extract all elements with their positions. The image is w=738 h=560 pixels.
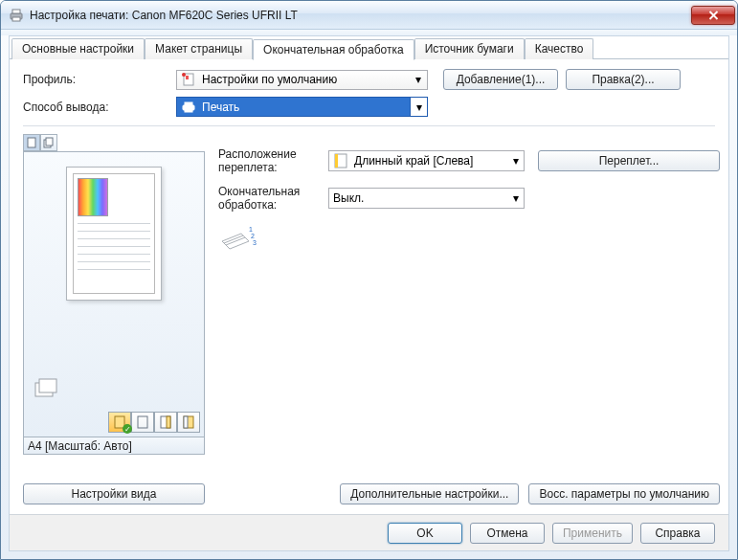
binding-combo[interactable]: Длинный край [Слева] ▾ — [328, 150, 525, 171]
chevron-down-icon: ▾ — [410, 71, 427, 89]
preview-page — [66, 167, 162, 301]
output-label: Способ вывода: — [23, 101, 176, 114]
binding-icon — [333, 153, 348, 168]
apply-button: Применить — [552, 523, 633, 544]
svg-rect-1 — [12, 10, 20, 13]
dialog-window: Настройка печати: Canon MF620C Series UF… — [0, 0, 738, 560]
titlebar: Настройка печати: Canon MF620C Series UF… — [1, 1, 737, 30]
preview-tab-multi[interactable] — [40, 134, 57, 151]
svg-rect-13 — [39, 379, 56, 392]
svg-rect-8 — [185, 109, 192, 112]
finishing-combo-value: Выкл. — [333, 191, 364, 205]
svg-rect-15 — [138, 416, 147, 428]
binding-combo-value: Длинный край [Слева] — [354, 154, 473, 168]
svg-rect-11 — [46, 138, 53, 146]
preview-tab-single[interactable] — [23, 134, 40, 151]
tab-finishing[interactable]: Окончательная обработка — [253, 39, 414, 60]
tab-quality[interactable]: Качество — [525, 38, 594, 59]
svg-rect-19 — [184, 416, 188, 428]
svg-rect-17 — [167, 416, 170, 428]
binding-label: Расположение переплета: — [218, 147, 328, 175]
binding-row: Расположение переплета: Длинный край [Сл… — [218, 147, 720, 175]
tab-source[interactable]: Источник бумаги — [414, 38, 525, 59]
preview-caption: A4 [Масштаб: Авто] — [23, 437, 205, 455]
tab-strip: Основные настройки Макет страницы Оконча… — [10, 36, 728, 59]
right-pane: Расположение переплета: Длинный край [Сл… — [218, 134, 720, 504]
output-combo-value: Печать — [202, 101, 239, 114]
binding-button[interactable]: Переплет... — [538, 150, 720, 171]
edit-button[interactable]: Правка(2)... — [566, 69, 681, 90]
svg-point-5 — [182, 73, 186, 77]
view-buttons: ✓ — [108, 412, 200, 433]
content-area: Основные настройки Макет страницы Оконча… — [9, 35, 729, 551]
view-button-1[interactable]: ✓ — [108, 412, 131, 433]
chevron-down-icon: ▾ — [507, 151, 524, 170]
profile-combo-value: Настройки по умолчанию — [202, 73, 337, 86]
output-combo[interactable]: Печать ▾ — [176, 97, 428, 117]
help-button[interactable]: Справка — [640, 523, 715, 544]
add-button[interactable]: Добавление(1)... — [443, 69, 558, 90]
advanced-settings-button[interactable]: Дополнительные настройки... — [340, 483, 519, 504]
bottom-right-buttons: Дополнительные настройки... Восс. параме… — [218, 483, 720, 504]
tab-panel: Профиль: Настройки по умолчанию ▾ Добавл… — [10, 59, 728, 514]
tab-basic[interactable]: Основные настройки — [11, 38, 145, 59]
svg-rect-9 — [28, 138, 35, 147]
svg-rect-21 — [335, 154, 338, 168]
svg-text:2: 2 — [251, 233, 255, 239]
preview-box: ✓ — [23, 151, 205, 437]
view-button-4[interactable] — [177, 412, 200, 433]
pages-stack-icon: 1 2 3 — [218, 222, 251, 249]
svg-text:3: 3 — [253, 239, 257, 246]
body-area: ✓ A4 [Масш — [23, 134, 715, 504]
close-button[interactable] — [691, 6, 735, 25]
chevron-down-icon: ▾ — [507, 189, 524, 208]
divider — [23, 125, 715, 126]
profile-combo-icon — [181, 72, 196, 87]
window-title: Настройка печати: Canon MF620C Series UF… — [30, 9, 691, 22]
profile-row: Профиль: Настройки по умолчанию ▾ Добавл… — [23, 69, 715, 90]
preview-pane: ✓ A4 [Масш — [23, 134, 205, 504]
cancel-button[interactable]: Отмена — [470, 523, 545, 544]
check-icon: ✓ — [123, 424, 132, 434]
tab-layout[interactable]: Макет страницы — [145, 38, 253, 59]
preview-text-lines — [78, 223, 150, 289]
profile-combo[interactable]: Настройки по умолчанию ▾ — [176, 70, 428, 90]
ok-button[interactable]: OK — [388, 523, 462, 544]
rainbow-icon — [78, 178, 108, 216]
restore-defaults-button[interactable]: Восс. параметры по умолчанию — [528, 483, 720, 504]
preview-tabs — [23, 134, 205, 151]
finishing-combo[interactable]: Выкл. ▾ — [328, 188, 525, 209]
profile-label: Профиль: — [23, 73, 176, 86]
svg-rect-7 — [185, 102, 192, 105]
svg-text:1: 1 — [249, 226, 253, 233]
finishing-row: Окончательная обработка: Выкл. ▾ — [218, 185, 720, 213]
svg-rect-2 — [12, 17, 20, 21]
printer-small-icon — [181, 100, 196, 115]
view-settings-button[interactable]: Настройки вида — [23, 483, 205, 504]
output-row: Способ вывода: Печать ▾ — [23, 97, 715, 117]
footer-buttons: OK Отмена Применить Справка — [10, 514, 728, 550]
finishing-label: Окончательная обработка: — [218, 185, 328, 213]
svg-rect-4 — [186, 76, 189, 79]
view-button-2[interactable] — [131, 412, 154, 433]
view-button-3[interactable] — [154, 412, 177, 433]
chevron-down-icon: ▾ — [410, 98, 427, 116]
stack-icon — [34, 375, 60, 398]
printer-icon — [9, 8, 24, 23]
